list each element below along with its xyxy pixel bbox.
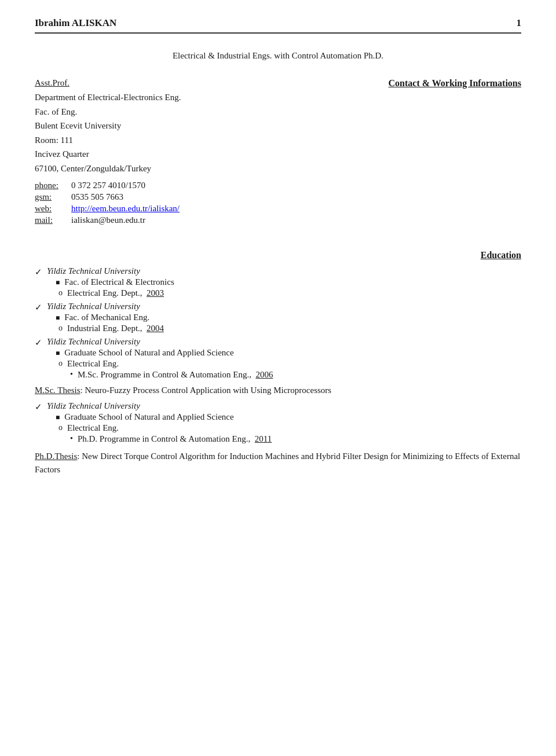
address-line: 67100, Center/Zonguldak/Turkey [35,162,181,175]
mail-row: mail: ialiskan@beun.edu.tr [35,215,181,225]
uni-3: Yildiz Technical University [47,337,521,347]
bullet-dot-3: • [70,370,73,379]
phone-value: 0 372 257 4010/1570 [71,181,145,190]
subtitle-block: Electrical & Industrial Engs. with Contr… [35,51,521,61]
edu-sub-list-3: ■ Graduate School of Natural and Applied… [56,348,521,358]
sub-dept-4: Electrical Eng. [67,423,119,433]
edu-sub-item-3: ■ Graduate School of Natural and Applied… [56,348,521,358]
edu-sub-item-2: ■ Fac. of Mechanical Eng. [56,313,521,322]
msc-thesis-text: : Neuro-Fuzzy Process Control Applicatio… [80,386,331,395]
small-o-4: o [58,423,63,432]
contact-grid: phone: 0 372 257 4010/1570 gsm: 0535 505… [35,181,181,225]
small-o-2: o [58,324,63,333]
phd-thesis-label: Ph.D.Thesis [35,452,77,461]
bullet-dot-4: • [70,434,73,443]
edu-content-3: Yildiz Technical University ■ Graduate S… [47,337,521,381]
phone-label: phone: [35,181,67,190]
fac-2: Fac. of Mechanical Eng. [64,313,149,322]
edu-entry-4: ✓ Yildiz Technical University ■ Graduate… [35,401,521,445]
phd-thesis-text: : New Direct Torque Control Algorithm fo… [35,452,520,474]
university-line: Bulent Ecevit University [35,119,181,133]
uni-4: Yildiz Technical University [47,401,521,411]
web-link[interactable]: http://eem.beun.edu.tr/ialiskan/ [71,204,180,214]
fac-1: Fac. of Electrical & Electronics [64,277,174,287]
edu-entry-1: ✓ Yildiz Technical University ■ Fac. of … [35,266,521,299]
edu-sub-item-1: ■ Fac. of Electrical & Electronics [56,277,521,287]
edu-sub-list-1: ■ Fac. of Electrical & Electronics [56,277,521,287]
bullet-square-2: ■ [56,314,60,322]
gsm-label: gsm: [35,192,67,202]
quarter-line: Incivez Quarter [35,148,181,161]
phd-thesis-line: Ph.D.Thesis: New Direct Torque Control A… [35,450,521,476]
web-row: web: http://eem.beun.edu.tr/ialiskan/ [35,204,181,214]
edu-entry-3: ✓ Yildiz Technical University ■ Graduate… [35,337,521,381]
checkmark-3: ✓ [35,337,42,348]
mail-label: mail: [35,215,67,225]
edu-bullet-3: • M.Sc. Programme in Control & Automatio… [70,370,521,380]
fac-line: Fac. of Eng. [35,105,181,119]
edu-sub-sub-2: o Industrial Eng. Dept., 2004 [58,324,521,333]
mail-value: ialiskan@beun.edu.tr [71,215,145,225]
dept-line: Department of Electrical-Electronics Eng… [35,91,181,104]
msc-thesis-label: M.Sc. Thesis [35,386,80,395]
gsm-row: gsm: 0535 505 7663 [35,192,181,202]
gsm-value: 0535 505 7663 [71,192,123,202]
edu-bullet-4: • Ph.D. Programme in Control & Automatio… [70,434,521,444]
contact-left: Asst.Prof. Department of Electrical-Elec… [35,78,181,227]
dept-text-1: Electrical Eng. Dept., 2003 [67,288,164,298]
edu-sub-sub-1: o Electrical Eng. Dept., 2003 [58,288,521,298]
uni-2: Yildiz Technical University [47,302,521,311]
page-number: 1 [517,17,522,29]
edu-dept-4: o Electrical Eng. [58,423,521,433]
checkmark-4: ✓ [35,402,42,412]
edu-sub-list-4: ■ Graduate School of Natural and Applied… [56,412,521,422]
edu-sub-item-4: ■ Graduate School of Natural and Applied… [56,412,521,422]
checkmark-2: ✓ [35,302,42,313]
edu-entry-2: ✓ Yildiz Technical University ■ Fac. of … [35,302,521,335]
subtitle-line1: Electrical & Industrial Engs. with Contr… [35,51,521,61]
bullet-square-1: ■ [56,278,60,287]
grad-school-3: Graduate School of Natural and Applied S… [64,348,233,358]
dept-text-2: Industrial Eng. Dept., 2004 [67,324,164,333]
programme-4: Ph.D. Programme in Control & Automation … [78,434,272,444]
education-section-title: Education [481,250,521,260]
asst-prof: Asst.Prof. [35,78,181,88]
web-label: web: [35,204,67,214]
year-1: 2003 [147,288,164,298]
edu-content-4: Yildiz Technical University ■ Graduate S… [47,401,521,445]
edu-dept-2: o Industrial Eng. Dept., 2004 [58,324,521,333]
bullet-square-4: ■ [56,413,60,422]
edu-content-1: Yildiz Technical University ■ Fac. of El… [47,266,521,299]
grad-school-4: Graduate School of Natural and Applied S… [64,412,233,422]
programme-3: M.Sc. Programme in Control & Automation … [78,370,273,380]
msc-thesis-line: M.Sc. Thesis: Neuro-Fuzzy Process Contro… [35,386,521,395]
edu-sub-sub-4: o Electrical Eng. [58,423,521,433]
author-name: Ibrahim ALISKAN [35,17,116,29]
education-header-row: Education [35,250,521,260]
small-o-3a: o [58,359,63,368]
contact-info: Department of Electrical-Electronics Eng… [35,91,181,175]
year-3: 2006 [255,370,273,379]
edu-dept-3a: o Electrical Eng. [58,359,521,369]
room-line: Room: 111 [35,134,181,147]
uni-1: Yildiz Technical University [47,266,521,276]
edu-content-2: Yildiz Technical University ■ Fac. of Me… [47,302,521,335]
bullet-square-3: ■ [56,349,60,358]
year-4: 2011 [255,434,272,443]
edu-sub-sub-3: o Electrical Eng. [58,359,521,369]
small-o-1: o [58,288,63,298]
contact-section-title: Contact & Working Informations [181,78,521,227]
year-2: 2004 [147,324,164,333]
contact-section: Asst.Prof. Department of Electrical-Elec… [35,78,521,227]
sub-dept-3: Electrical Eng. [67,359,119,369]
edu-dept-1: o Electrical Eng. Dept., 2003 [58,288,521,298]
checkmark-1: ✓ [35,267,42,277]
phone-row: phone: 0 372 257 4010/1570 [35,181,181,190]
page-header: Ibrahim ALISKAN 1 [35,17,521,34]
edu-sub-list-2: ■ Fac. of Mechanical Eng. [56,313,521,322]
